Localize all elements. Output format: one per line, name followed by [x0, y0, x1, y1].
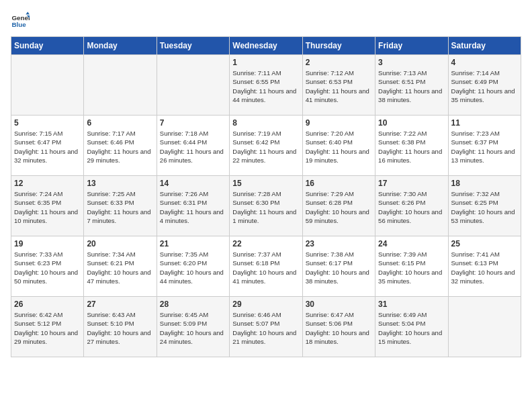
- day-cell: 21Sunrise: 7:35 AM Sunset: 6:20 PM Dayli…: [157, 236, 229, 297]
- day-info: Sunrise: 6:42 AM Sunset: 5:12 PM Dayligh…: [14, 310, 81, 346]
- day-info: Sunrise: 7:11 AM Sunset: 6:55 PM Dayligh…: [232, 68, 299, 104]
- day-number: 27: [87, 300, 153, 309]
- day-cell: 15Sunrise: 7:28 AM Sunset: 6:30 PM Dayli…: [230, 176, 302, 236]
- header-day-friday: Friday: [375, 37, 448, 55]
- calendar-table: SundayMondayTuesdayWednesdayThursdayFrid…: [11, 36, 521, 357]
- day-info: Sunrise: 7:32 AM Sunset: 6:25 PM Dayligh…: [451, 189, 518, 225]
- day-cell: 3Sunrise: 7:13 AM Sunset: 6:51 PM Daylig…: [375, 55, 448, 116]
- day-info: Sunrise: 7:33 AM Sunset: 6:23 PM Dayligh…: [14, 250, 81, 285]
- day-info: Sunrise: 7:29 AM Sunset: 6:28 PM Dayligh…: [306, 189, 372, 225]
- day-cell: 30Sunrise: 6:47 AM Sunset: 5:06 PM Dayli…: [302, 297, 375, 357]
- day-info: Sunrise: 7:22 AM Sunset: 6:38 PM Dayligh…: [378, 129, 445, 165]
- week-row-1: 5Sunrise: 7:15 AM Sunset: 6:47 PM Daylig…: [11, 116, 521, 176]
- day-number: 5: [14, 118, 81, 128]
- day-info: Sunrise: 7:38 AM Sunset: 6:17 PM Dayligh…: [306, 250, 372, 285]
- day-info: Sunrise: 7:19 AM Sunset: 6:42 PM Dayligh…: [232, 129, 299, 165]
- day-info: Sunrise: 7:37 AM Sunset: 6:18 PM Dayligh…: [232, 250, 299, 285]
- day-number: 28: [160, 300, 226, 309]
- day-info: Sunrise: 7:24 AM Sunset: 6:35 PM Dayligh…: [14, 189, 81, 225]
- day-info: Sunrise: 7:12 AM Sunset: 6:53 PM Dayligh…: [306, 68, 372, 104]
- day-info: Sunrise: 6:49 AM Sunset: 5:04 PM Dayligh…: [378, 310, 445, 346]
- day-cell: 20Sunrise: 7:34 AM Sunset: 6:21 PM Dayli…: [84, 236, 157, 297]
- day-cell: [11, 55, 84, 116]
- day-number: 26: [14, 300, 81, 309]
- day-cell: 14Sunrise: 7:26 AM Sunset: 6:31 PM Dayli…: [157, 176, 229, 236]
- day-cell: 18Sunrise: 7:32 AM Sunset: 6:25 PM Dayli…: [448, 176, 521, 236]
- day-info: Sunrise: 7:14 AM Sunset: 6:49 PM Dayligh…: [451, 68, 518, 104]
- day-info: Sunrise: 7:39 AM Sunset: 6:15 PM Dayligh…: [378, 250, 445, 285]
- day-info: Sunrise: 7:17 AM Sunset: 6:46 PM Dayligh…: [87, 129, 153, 165]
- week-row-2: 12Sunrise: 7:24 AM Sunset: 6:35 PM Dayli…: [11, 176, 521, 236]
- day-info: Sunrise: 7:15 AM Sunset: 6:47 PM Dayligh…: [14, 129, 81, 165]
- day-cell: 28Sunrise: 6:45 AM Sunset: 5:09 PM Dayli…: [157, 297, 229, 357]
- day-cell: 27Sunrise: 6:43 AM Sunset: 5:10 PM Dayli…: [84, 297, 157, 357]
- day-cell: 17Sunrise: 7:30 AM Sunset: 6:26 PM Dayli…: [375, 176, 448, 236]
- page-header: General Blue: [11, 11, 521, 30]
- day-cell: 5Sunrise: 7:15 AM Sunset: 6:47 PM Daylig…: [11, 116, 84, 176]
- day-cell: [84, 55, 157, 116]
- day-number: 13: [87, 179, 153, 188]
- svg-marker-2: [26, 11, 30, 14]
- day-cell: 11Sunrise: 7:23 AM Sunset: 6:37 PM Dayli…: [448, 116, 521, 176]
- header-day-tuesday: Tuesday: [157, 37, 229, 55]
- day-number: 31: [378, 300, 445, 309]
- calendar-header: SundayMondayTuesdayWednesdayThursdayFrid…: [11, 37, 521, 55]
- day-number: 14: [160, 179, 226, 188]
- day-number: 10: [378, 118, 445, 128]
- day-info: Sunrise: 7:20 AM Sunset: 6:40 PM Dayligh…: [306, 129, 372, 165]
- day-number: 8: [232, 118, 299, 128]
- day-cell: 19Sunrise: 7:33 AM Sunset: 6:23 PM Dayli…: [11, 236, 84, 297]
- logo: General Blue: [11, 11, 32, 30]
- day-cell: 2Sunrise: 7:12 AM Sunset: 6:53 PM Daylig…: [302, 55, 375, 116]
- day-info: Sunrise: 7:41 AM Sunset: 6:13 PM Dayligh…: [451, 250, 518, 285]
- day-cell: [157, 55, 229, 116]
- day-info: Sunrise: 7:35 AM Sunset: 6:20 PM Dayligh…: [160, 250, 226, 285]
- logo-icon: General Blue: [11, 11, 30, 30]
- header-day-saturday: Saturday: [448, 37, 521, 55]
- day-cell: 29Sunrise: 6:46 AM Sunset: 5:07 PM Dayli…: [230, 297, 302, 357]
- day-number: 21: [160, 239, 226, 248]
- day-number: 18: [451, 179, 518, 188]
- day-number: 12: [14, 179, 81, 188]
- day-cell: 9Sunrise: 7:20 AM Sunset: 6:40 PM Daylig…: [302, 116, 375, 176]
- day-number: 24: [378, 239, 445, 248]
- day-info: Sunrise: 7:18 AM Sunset: 6:44 PM Dayligh…: [160, 129, 226, 165]
- day-number: 20: [87, 239, 153, 248]
- day-info: Sunrise: 6:43 AM Sunset: 5:10 PM Dayligh…: [87, 310, 153, 346]
- day-info: Sunrise: 7:13 AM Sunset: 6:51 PM Dayligh…: [378, 68, 445, 104]
- day-cell: [448, 297, 521, 357]
- day-cell: 25Sunrise: 7:41 AM Sunset: 6:13 PM Dayli…: [448, 236, 521, 297]
- day-number: 6: [87, 118, 153, 128]
- day-number: 23: [306, 239, 372, 248]
- day-cell: 4Sunrise: 7:14 AM Sunset: 6:49 PM Daylig…: [448, 55, 521, 116]
- day-info: Sunrise: 6:45 AM Sunset: 5:09 PM Dayligh…: [160, 310, 226, 346]
- day-number: 16: [306, 179, 372, 188]
- day-info: Sunrise: 6:46 AM Sunset: 5:07 PM Dayligh…: [232, 310, 299, 346]
- day-number: 1: [232, 58, 299, 67]
- day-number: 11: [451, 118, 518, 128]
- day-cell: 6Sunrise: 7:17 AM Sunset: 6:46 PM Daylig…: [84, 116, 157, 176]
- week-row-0: 1Sunrise: 7:11 AM Sunset: 6:55 PM Daylig…: [11, 55, 521, 116]
- day-cell: 23Sunrise: 7:38 AM Sunset: 6:17 PM Dayli…: [302, 236, 375, 297]
- day-info: Sunrise: 7:30 AM Sunset: 6:26 PM Dayligh…: [378, 189, 445, 225]
- day-cell: 24Sunrise: 7:39 AM Sunset: 6:15 PM Dayli…: [375, 236, 448, 297]
- day-number: 29: [232, 300, 299, 309]
- day-cell: 8Sunrise: 7:19 AM Sunset: 6:42 PM Daylig…: [230, 116, 302, 176]
- day-number: 30: [306, 300, 372, 309]
- header-row: SundayMondayTuesdayWednesdayThursdayFrid…: [11, 37, 521, 55]
- day-cell: 31Sunrise: 6:49 AM Sunset: 5:04 PM Dayli…: [375, 297, 448, 357]
- header-day-wednesday: Wednesday: [230, 37, 302, 55]
- day-cell: 10Sunrise: 7:22 AM Sunset: 6:38 PM Dayli…: [375, 116, 448, 176]
- header-day-thursday: Thursday: [302, 37, 375, 55]
- header-day-sunday: Sunday: [11, 37, 84, 55]
- week-row-3: 19Sunrise: 7:33 AM Sunset: 6:23 PM Dayli…: [11, 236, 521, 297]
- day-cell: 13Sunrise: 7:25 AM Sunset: 6:33 PM Dayli…: [84, 176, 157, 236]
- day-info: Sunrise: 7:28 AM Sunset: 6:30 PM Dayligh…: [232, 189, 299, 225]
- day-number: 4: [451, 58, 518, 67]
- day-number: 19: [14, 239, 81, 248]
- header-day-monday: Monday: [84, 37, 157, 55]
- day-info: Sunrise: 7:23 AM Sunset: 6:37 PM Dayligh…: [451, 129, 518, 165]
- day-number: 15: [232, 179, 299, 188]
- day-info: Sunrise: 7:26 AM Sunset: 6:31 PM Dayligh…: [160, 189, 226, 225]
- day-number: 17: [378, 179, 445, 188]
